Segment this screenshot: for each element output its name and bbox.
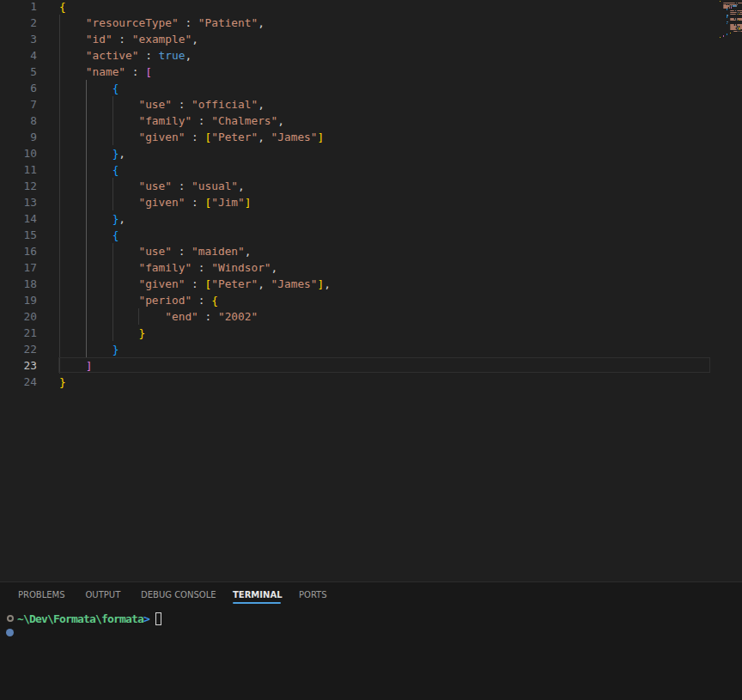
code-text: }, xyxy=(59,210,125,227)
terminal-command-decoration-icon[interactable] xyxy=(6,629,14,636)
line-number: 20 xyxy=(0,308,37,325)
code-line[interactable]: 24} xyxy=(0,374,711,390)
code-line[interactable]: 8 "family" : "Chalmers", xyxy=(0,113,711,129)
line-number: 18 xyxy=(0,276,37,292)
code-line[interactable]: 15 { xyxy=(0,227,711,243)
code-line[interactable]: 20 "end" : "2002" xyxy=(0,308,711,325)
code-text: "resourceType" : "Patient", xyxy=(59,15,265,31)
code-line[interactable]: 1{ xyxy=(0,0,711,15)
terminal-prompt-path: ~\Dev\Formata\formata xyxy=(17,612,143,625)
line-number: 22 xyxy=(0,341,37,357)
code-text: { xyxy=(59,161,119,178)
terminal-prompt-chevron: > xyxy=(143,612,149,625)
active-tab-underline xyxy=(233,602,281,604)
panel-tab-output[interactable]: OUTPUT xyxy=(86,588,121,601)
panel-tab-ports[interactable]: PORTS xyxy=(299,588,327,601)
code-line[interactable]: 17 "family" : "Windsor", xyxy=(0,259,711,276)
line-number: 16 xyxy=(0,243,37,259)
code-line[interactable]: 3 "id" : "example", xyxy=(0,31,711,47)
code-line[interactable]: 4 "active" : true, xyxy=(0,47,711,64)
code-text: } xyxy=(59,341,119,357)
line-number: 17 xyxy=(0,259,37,276)
terminal-prompt[interactable]: ~\Dev\Formata\formata> xyxy=(17,612,149,626)
line-number: 8 xyxy=(0,113,37,129)
code-line[interactable]: 9 "given" : ["Peter", "James"] xyxy=(0,129,711,145)
bottom-panel: PROBLEMSOUTPUTDEBUG CONSOLETERMINALPORTS… xyxy=(0,581,742,700)
code-line[interactable]: 22 } xyxy=(0,341,711,357)
line-number: 21 xyxy=(0,325,37,341)
line-number: 4 xyxy=(0,47,37,64)
line-number: 5 xyxy=(0,64,37,80)
code-text: } xyxy=(59,374,66,390)
code-text: "use" : "official", xyxy=(59,96,265,113)
terminal-cursor xyxy=(155,612,161,625)
code-line[interactable]: 13 "given" : ["Jim"] xyxy=(0,194,711,210)
vscode-window: { "editor": { "language": "json", "activ… xyxy=(0,0,742,700)
line-number: 23 xyxy=(0,357,37,374)
panel-tab-terminal[interactable]: TERMINAL xyxy=(233,588,283,601)
line-number: 15 xyxy=(0,227,37,243)
line-number: 10 xyxy=(0,145,37,161)
line-number: 19 xyxy=(0,292,37,308)
code-line[interactable]: 18 "given" : ["Peter", "James"], xyxy=(0,276,711,292)
code-line[interactable]: 19 "period" : { xyxy=(0,292,711,308)
code-line[interactable]: 7 "use" : "official", xyxy=(0,96,711,113)
minimap[interactable] xyxy=(720,0,742,52)
current-line-highlight xyxy=(58,357,710,373)
line-number: 13 xyxy=(0,194,37,210)
code-text: "given" : ["Peter", "James"], xyxy=(59,276,331,292)
code-text: { xyxy=(59,80,119,96)
panel-tab-problems[interactable]: PROBLEMS xyxy=(18,588,65,601)
code-text: }, xyxy=(59,145,125,161)
code-line[interactable]: 12 "use" : "usual", xyxy=(0,178,711,194)
code-text: "use" : "maiden", xyxy=(59,243,251,259)
code-text: "given" : ["Peter", "James"] xyxy=(59,129,324,145)
code-line[interactable]: 6 { xyxy=(0,80,711,96)
code-text: { xyxy=(59,227,119,243)
code-line[interactable]: 5 "name" : [ xyxy=(0,64,711,80)
code-text: "active" : true, xyxy=(59,47,192,64)
code-text: "family" : "Chalmers", xyxy=(59,113,284,129)
code-text: "end" : "2002" xyxy=(59,308,258,325)
code-line[interactable]: 11 { xyxy=(0,161,711,178)
line-number: 9 xyxy=(0,129,37,145)
line-number: 14 xyxy=(0,210,37,227)
code-text: } xyxy=(59,325,145,341)
code-text: "given" : ["Jim"] xyxy=(59,194,251,210)
code-line[interactable]: 2 "resourceType" : "Patient", xyxy=(0,15,711,31)
line-number: 6 xyxy=(0,80,37,96)
terminal-prompt-decoration-icon xyxy=(7,615,14,622)
line-number: 24 xyxy=(0,374,37,390)
code-line[interactable]: 10 }, xyxy=(0,145,711,161)
code-text: "family" : "Windsor", xyxy=(59,259,277,276)
code-text: "period" : { xyxy=(59,292,218,308)
line-number: 11 xyxy=(0,161,37,178)
code-line[interactable]: 14 }, xyxy=(0,210,711,227)
line-number: 1 xyxy=(0,0,37,15)
line-number: 12 xyxy=(0,178,37,194)
editor-pane[interactable]: 1{2 "resourceType" : "Patient",3 "id" : … xyxy=(0,0,742,581)
line-number: 7 xyxy=(0,96,37,113)
code-line[interactable]: 21 } xyxy=(0,325,711,341)
code-text: "name" : [ xyxy=(59,64,152,80)
line-number: 3 xyxy=(0,31,37,47)
code-line[interactable]: 16 "use" : "maiden", xyxy=(0,243,711,259)
code-text: "use" : "usual", xyxy=(59,178,245,194)
code-text: { xyxy=(59,0,66,15)
code-text: "id" : "example", xyxy=(59,31,198,47)
panel-tab-debug-console[interactable]: DEBUG CONSOLE xyxy=(141,588,216,601)
line-number: 2 xyxy=(0,15,37,31)
